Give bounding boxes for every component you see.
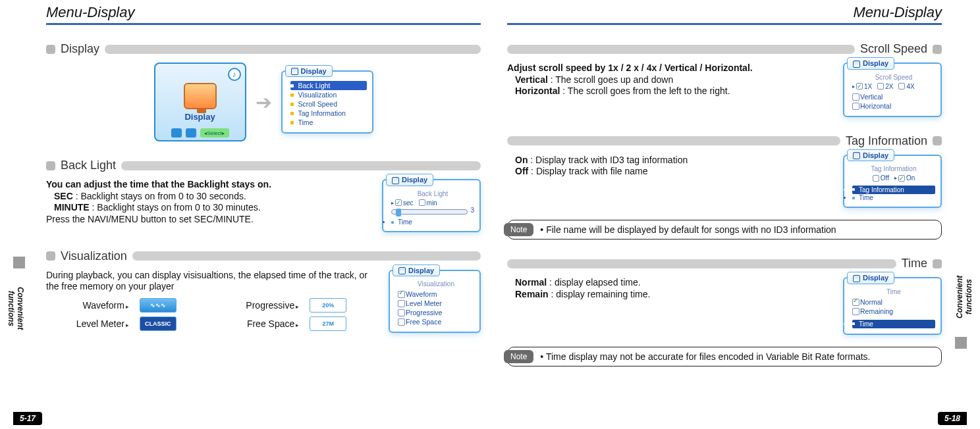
note-tag: Note (504, 223, 533, 236)
menu-item: Back Light (290, 81, 367, 90)
note-taginfo: Note File name will be displayed by defa… (507, 220, 942, 240)
levelmeter-chip: CLASSIC (140, 316, 177, 331)
section-display: Display (46, 42, 481, 56)
side-label-right: Convenient functions (955, 257, 967, 349)
time-panel: Display Time Normal Remaining Time (843, 277, 942, 335)
menu-item: Scroll Speed (290, 99, 367, 109)
panel-option: Waveform (398, 290, 474, 299)
panel-heading: Scroll Speed (852, 74, 935, 81)
panel-heading: Time (852, 288, 935, 295)
section-bar-fill (132, 251, 481, 261)
section-backlight: Back Light (46, 159, 481, 172)
note-tag: Note (504, 350, 533, 363)
scroll-panel: Display Scroll Speed ▸✓1X 2X 4X Vertical… (843, 63, 942, 117)
panel-tab: Display (847, 57, 894, 70)
vis-label-freespace: Free Space (216, 318, 301, 329)
page-number-left: 5-17 (13, 412, 42, 425)
vis-label-levelmeter: Level Meter (46, 318, 130, 329)
device-label: Display (184, 112, 215, 122)
backlight-panel: Display Back Light ▸✓sec min 3 Time (382, 179, 481, 232)
monitor-icon (184, 83, 217, 109)
vis-label-progressive: Progressive (216, 300, 301, 311)
panel-option: Level Meter (398, 299, 474, 308)
page-title: Menu-Display (507, 0, 942, 25)
section-cap-icon (933, 259, 942, 268)
select-button-icon: ◂Select▸ (200, 128, 229, 138)
section-taginfo: Tag Information (507, 134, 942, 148)
tag-description: On : Display track with ID3 tag informat… (507, 155, 831, 178)
tag-panel: Display Tag Information Off ▸✓On Tag Inf… (843, 155, 942, 209)
panel-option: Horizontal (852, 101, 935, 111)
panel-tab: Display (847, 149, 894, 162)
panel-option: Remaining (852, 307, 935, 316)
section-time: Time (507, 257, 942, 270)
slider-value: 3 (470, 207, 474, 214)
time-description: Normal : display elapsed time. Remain : … (507, 277, 831, 300)
panel-option: Free Space (398, 317, 474, 326)
progressive-chip: 20% (310, 298, 346, 313)
panel-foot-item: Time (852, 320, 935, 328)
menu-item: Time (290, 118, 367, 127)
section-label: Scroll Speed (855, 42, 933, 56)
section-label: Time (896, 257, 933, 270)
page-number-right: 5-18 (938, 412, 967, 425)
music-note-icon: ♪ (228, 68, 241, 81)
panel-tab: Display (847, 272, 894, 284)
backlight-description: You can adjust the time that the Backlig… (46, 179, 370, 225)
panel-option: Vertical (852, 92, 935, 101)
section-label: Tag Information (840, 134, 933, 148)
section-cap-icon (46, 161, 55, 170)
display-menu-panel: Display Back Light Visualization Scroll … (281, 70, 373, 134)
display-menu-list: Back Light Visualization Scroll Speed Ta… (290, 81, 367, 127)
panel-tab: Display (285, 65, 333, 78)
freespace-chip: 27M (310, 316, 346, 331)
visualization-description: During playback, you can display visisua… (46, 270, 377, 293)
panel-heading: Back Light (391, 190, 474, 197)
section-bar-fill (507, 136, 840, 145)
panel-heading: Visualization (398, 280, 474, 288)
device-illustration: ♪ Display ◂Select▸ (154, 63, 246, 141)
panel-foot-item: Tag Information (852, 186, 935, 194)
section-label: Display (55, 42, 105, 56)
section-bar-fill (105, 45, 481, 54)
section-cap-icon (46, 45, 55, 54)
scroll-description: Adjust scroll speed by 1x / 2 x / 4x / V… (507, 63, 831, 97)
page-title: Menu-Display (46, 0, 481, 25)
menu-item: Tag Information (290, 109, 367, 118)
arrow-right-icon: ➔ (256, 91, 272, 114)
note-text: Time display may not be accurate for fil… (540, 351, 870, 362)
backlight-slider (391, 209, 468, 214)
section-cap-icon (933, 136, 942, 145)
section-bar-fill (507, 45, 855, 54)
panel-foot-item: Time (391, 218, 474, 226)
waveform-chip-icon: ∿∿∿ (140, 298, 177, 313)
panel-heading: Tag Information (852, 165, 935, 172)
panel-option: Progressive (398, 308, 474, 317)
panel-option: Normal (852, 297, 935, 307)
section-cap-icon (933, 45, 942, 54)
note-text: File name will be displayed by default f… (540, 224, 836, 235)
panel-tab: Display (386, 174, 433, 186)
visualization-examples: Waveform ∿∿∿ Progressive 20% Level Meter… (46, 298, 377, 331)
section-visualization: Visualization (46, 249, 481, 263)
note-time: Note Time display may not be accurate fo… (507, 347, 942, 366)
section-bar-fill (121, 161, 481, 170)
menu-item: Visualization (290, 90, 367, 99)
section-label: Back Light (55, 159, 121, 172)
panel-foot-item: Time (852, 194, 935, 201)
vis-label-waveform: Waveform (46, 300, 130, 311)
section-bar-fill (507, 259, 896, 268)
section-cap-icon (46, 251, 55, 261)
panel-tab: Display (393, 265, 440, 277)
visualization-panel: Display Visualization Waveform Level Met… (389, 270, 481, 334)
section-scrollspeed: Scroll Speed (507, 42, 942, 56)
side-label-left: Convenient functions (13, 257, 25, 349)
section-label: Visualization (55, 249, 132, 263)
